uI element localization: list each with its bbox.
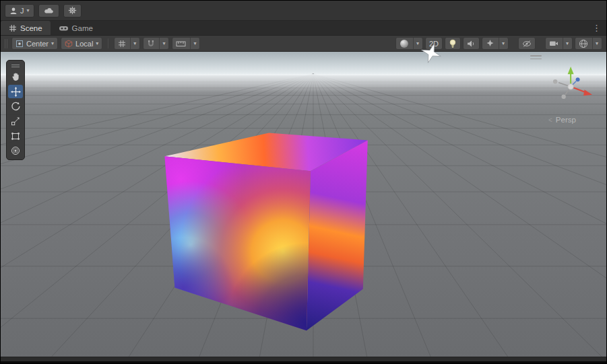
draw-mode-button[interactable]: ▾ — [395, 37, 423, 50]
scene-toolbar: Center ▾ Local ▾ ▾ ▾ ▾ ▾ — [1, 36, 606, 52]
scene-visibility-button[interactable] — [518, 37, 536, 50]
gear-icon — [68, 6, 77, 15]
grid-visibility-button[interactable]: ▾ — [114, 37, 140, 50]
axis-local-icon — [65, 40, 73, 48]
scene-options-dropdown[interactable]: ▾ — [592, 38, 598, 49]
rect-tool[interactable] — [8, 129, 23, 143]
draw-mode-dropdown[interactable]: ▾ — [413, 38, 419, 49]
pivot-center-icon — [15, 40, 24, 48]
chevron-down-icon: ▾ — [96, 40, 98, 46]
mode-2d-label: 2D — [429, 40, 439, 48]
light-toggle-icon — [449, 39, 456, 48]
toolbar-right-group: ▾ 2D ▾ ▾ — [395, 37, 602, 50]
scene-options-icon — [579, 39, 588, 48]
effects-toggle-icon — [486, 39, 494, 48]
snap-increment-icon — [176, 40, 186, 47]
scene-grid-icon — [9, 24, 17, 32]
projection-arrow-icon: < — [548, 116, 552, 124]
cloud-icon — [43, 7, 55, 14]
rotate-tool[interactable] — [8, 100, 23, 113]
scene-viewport[interactable]: < Persp — [1, 52, 606, 357]
scene-audio-button[interactable] — [463, 37, 480, 50]
move-tool[interactable] — [8, 85, 23, 98]
settings-button[interactable] — [63, 4, 82, 17]
account-button[interactable]: J ▾ — [5, 4, 34, 17]
snap-increment-dropdown[interactable]: ▾ — [190, 38, 196, 49]
rotate-tool-icon — [11, 102, 20, 111]
grid-visibility-dropdown[interactable]: ▾ — [130, 38, 136, 49]
audio-toggle-icon — [467, 40, 476, 48]
rect-tool-icon — [11, 132, 20, 141]
projection-label: Persp — [556, 116, 576, 124]
camera-dropdown[interactable]: ▾ — [563, 38, 569, 49]
effects-dropdown[interactable]: ▾ — [499, 38, 505, 49]
pivot-mode-label: Center — [26, 40, 49, 48]
tab-scene-label: Scene — [20, 24, 42, 32]
tools-overlay-handle[interactable] — [8, 63, 23, 69]
scale-tool[interactable] — [8, 114, 23, 128]
transform-tool-icon — [11, 146, 20, 155]
visibility-toggle-icon — [522, 40, 532, 48]
overflow-icon: ⋮ — [592, 23, 601, 33]
tab-overflow-menu[interactable]: ⋮ — [587, 21, 606, 35]
snap-magnet-icon — [147, 40, 155, 48]
toolbar-separator — [108, 38, 108, 48]
cloud-services-button[interactable] — [38, 4, 59, 17]
mode-2d-button[interactable]: 2D — [425, 37, 443, 50]
move-tool-icon — [11, 87, 21, 97]
tab-game-label: Game — [72, 24, 93, 32]
unity-editor-window: J ▾ Scene Game ⋮ Center ▾ — [0, 0, 607, 364]
grid-visibility-icon — [118, 40, 126, 48]
toolbar-grip[interactable] — [5, 39, 7, 48]
shaded-mode-icon — [400, 39, 409, 48]
scene-lighting-button[interactable] — [445, 37, 461, 50]
orientation-mode-button[interactable]: Local ▾ — [61, 37, 102, 50]
pivot-mode-button[interactable]: Center ▾ — [11, 37, 58, 50]
person-icon — [9, 7, 18, 15]
view-tab-bar: Scene Game ⋮ — [1, 21, 606, 36]
skybox — [1, 52, 606, 76]
scene-camera-button[interactable]: ▾ — [545, 37, 573, 50]
snap-settings-dropdown[interactable]: ▾ — [159, 38, 165, 49]
snap-toggle-button[interactable]: ▾ — [143, 37, 169, 50]
scene-render[interactable] — [1, 52, 606, 357]
account-initial: J — [20, 7, 24, 15]
tools-overlay — [6, 60, 25, 160]
axis-gizmo-neg-z[interactable] — [561, 95, 565, 99]
game-gamepad-icon — [59, 25, 69, 32]
scale-tool-icon — [11, 116, 20, 126]
transform-tool[interactable] — [8, 144, 23, 157]
orientation-mode-label: Local — [75, 40, 93, 48]
scene-effects-button[interactable]: ▾ — [482, 37, 509, 50]
projection-toggle[interactable]: < Persp — [548, 116, 576, 124]
tab-scene[interactable]: Scene — [1, 21, 51, 35]
scene-view-options-button[interactable]: ▾ — [575, 37, 602, 50]
chevron-down-icon: ▾ — [51, 40, 54, 46]
camera-select-icon — [549, 40, 558, 47]
status-bar — [1, 357, 606, 363]
chevron-down-icon: ▾ — [27, 7, 30, 13]
axis-gizmo-center[interactable] — [568, 84, 573, 89]
overlay-dock-handle[interactable] — [530, 55, 542, 59]
axis-gizmo-neg-x[interactable] — [553, 79, 557, 83]
axis-gizmo-z[interactable] — [576, 77, 580, 81]
title-bar: J ▾ — [1, 1, 606, 21]
tab-game[interactable]: Game — [51, 21, 101, 35]
view-hand-tool[interactable] — [8, 70, 23, 83]
horizon-haze — [1, 74, 606, 93]
snap-increment-button[interactable]: ▾ — [172, 37, 200, 50]
hand-tool-icon — [11, 72, 20, 81]
